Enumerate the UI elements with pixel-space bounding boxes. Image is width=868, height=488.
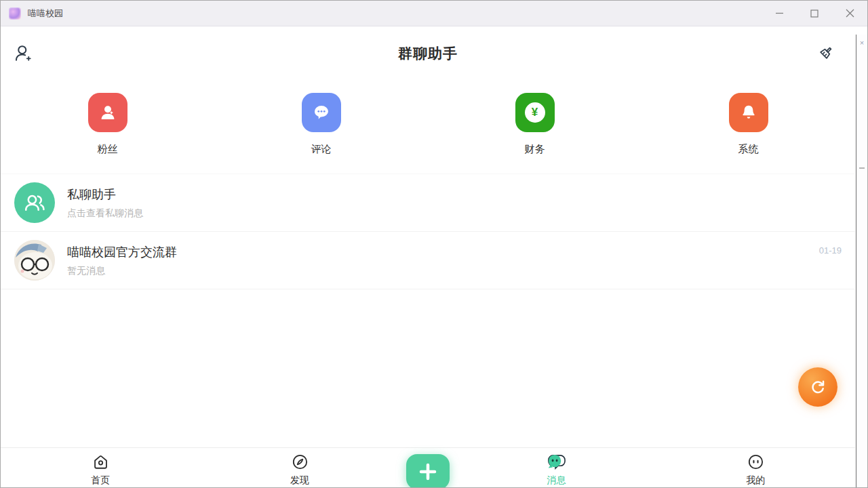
compass-icon [291, 453, 309, 471]
shortcut-label: 粉丝 [98, 143, 118, 156]
conversation-title: 私聊助手 [67, 186, 143, 203]
fans-person-icon [88, 93, 127, 132]
tab-label: 我的 [746, 474, 765, 487]
tabbar-center [399, 454, 456, 485]
two-people-icon [23, 191, 46, 214]
scrollbar[interactable]: × [856, 35, 867, 488]
app-body: 群聊助手 [1, 35, 867, 488]
app-logo-icon [9, 7, 21, 20]
shortcut-fans[interactable]: 粉丝 [1, 93, 214, 156]
refresh-button[interactable] [798, 367, 837, 407]
chat-bubble-icon [547, 453, 566, 471]
private-chat-avatar [14, 182, 55, 223]
refresh-icon [808, 378, 827, 396]
shortcut-label: 评论 [311, 143, 332, 156]
shortcut-comments[interactable]: 评论 [214, 93, 428, 156]
clear-messages-button[interactable] [814, 41, 837, 64]
conversation-subtitle: 点击查看私聊消息 [67, 207, 143, 220]
scrollbar-thumb[interactable] [859, 167, 865, 169]
app-window: 喵喵校园 群 [0, 0, 868, 488]
shortcut-finance[interactable]: ¥ 财务 [428, 93, 642, 156]
conversation-text: 私聊助手 点击查看私聊消息 [67, 186, 143, 220]
window-title: 喵喵校园 [28, 7, 63, 20]
scrollbar-close-icon: × [856, 39, 867, 47]
yuan-symbol: ¥ [525, 102, 545, 123]
tab-discover[interactable]: 发现 [290, 453, 309, 487]
list-item-private-chat[interactable]: 私聊助手 点击查看私聊消息 [1, 174, 855, 232]
shortcut-row: 粉丝 评论 ¥ [1, 93, 855, 156]
shortcut-system[interactable]: 系统 [642, 93, 855, 156]
messages-page: 群聊助手 [1, 35, 855, 289]
conversation-subtitle: 暂无消息 [67, 265, 177, 277]
minimize-button[interactable] [762, 1, 797, 26]
shortcut-label: 系统 [738, 143, 759, 156]
maximize-button[interactable] [797, 1, 832, 26]
conversation-list: 私聊助手 点击查看私聊消息 [1, 174, 855, 289]
tab-messages[interactable]: 消息 [547, 453, 566, 487]
tab-home[interactable]: 首页 [91, 453, 110, 487]
shortcut-label: 财务 [525, 143, 545, 156]
conversation-title: 喵喵校园官方交流群 [67, 244, 177, 260]
close-button[interactable] [832, 1, 867, 26]
list-item-official-group[interactable]: 喵喵校园官方交流群 暂无消息 01-19 [1, 232, 855, 289]
add-post-button[interactable] [406, 454, 450, 488]
tab-label: 消息 [547, 474, 566, 487]
page-title: 群聊助手 [1, 44, 855, 63]
face-icon [747, 453, 765, 471]
tab-mine[interactable]: 我的 [746, 453, 765, 487]
page-header: 群聊助手 [1, 35, 855, 74]
home-icon [92, 453, 110, 471]
tab-label: 首页 [91, 474, 110, 487]
tabbar-left-group: 首页 发现 [1, 453, 399, 487]
tabbar: 首页 发现 [1, 447, 855, 488]
yuan-currency-icon: ¥ [515, 93, 555, 132]
tabbar-right-group: 消息 我的 [456, 453, 855, 487]
cat-avatar [14, 240, 55, 281]
broom-icon [817, 44, 835, 62]
plus-icon [417, 461, 439, 483]
bell-icon [729, 93, 768, 132]
conversation-time: 01-19 [819, 245, 842, 256]
titlebar: 喵喵校园 [1, 1, 867, 26]
cat-photo-icon [14, 240, 55, 281]
conversation-text: 喵喵校园官方交流群 暂无消息 [67, 244, 177, 277]
tab-label: 发现 [290, 474, 309, 487]
window-controls [762, 1, 867, 26]
comment-bubble-icon [302, 93, 341, 132]
